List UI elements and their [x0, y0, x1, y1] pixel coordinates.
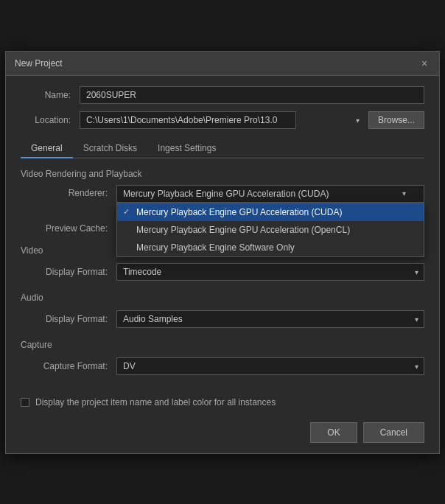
preview-cache-label: Preview Cache:: [21, 223, 116, 234]
capture-format-label: Capture Format:: [21, 361, 116, 371]
ok-button[interactable]: OK: [310, 422, 357, 443]
tab-general[interactable]: General: [21, 139, 73, 158]
renderer-label: Renderer:: [21, 185, 116, 198]
video-rendering-header: Video Rendering and Playback: [21, 169, 424, 179]
tab-ingest-settings[interactable]: Ingest Settings: [147, 139, 226, 158]
dropdown-item-software-label: Mercury Playback Engine Software Only: [136, 242, 295, 253]
renderer-trigger-text: Mercury Playback Engine GPU Acceleration…: [123, 189, 329, 199]
browse-button[interactable]: Browse...: [368, 111, 424, 129]
audio-display-format-row: Display Format: Audio Samples: [21, 310, 424, 328]
renderer-trigger[interactable]: Mercury Playback Engine GPU Acceleration…: [116, 185, 424, 203]
audio-section-label: Audio: [21, 293, 424, 303]
dialog-body: Name: Location: C:\Users\1\Documents\Ado…: [6, 76, 439, 397]
new-project-dialog: New Project × Name: Location: C:\Users\1…: [5, 51, 440, 454]
title-bar: New Project ×: [6, 52, 439, 76]
name-input[interactable]: [80, 86, 424, 104]
cancel-button[interactable]: Cancel: [363, 422, 424, 443]
dialog-title: New Project: [15, 58, 63, 69]
video-display-format-row: Display Format: Timecode: [21, 263, 424, 281]
close-button[interactable]: ×: [418, 57, 430, 69]
checkbox-display-project-item[interactable]: [21, 398, 29, 407]
name-row: Name:: [21, 86, 424, 104]
tabs-container: General Scratch Disks Ingest Settings: [21, 139, 424, 158]
dropdown-item-opencl[interactable]: Mercury Playback Engine GPU Acceleration…: [117, 221, 424, 239]
checkbox-label: Display the project item name and label …: [35, 397, 276, 407]
dialog-footer: OK Cancel: [6, 415, 439, 453]
capture-format-select[interactable]: DV: [116, 357, 424, 375]
dropdown-item-cuda-label: Mercury Playback Engine GPU Acceleration…: [136, 207, 342, 217]
renderer-row: Renderer: Mercury Playback Engine GPU Ac…: [21, 185, 424, 203]
checkbox-row: Display the project item name and label …: [6, 397, 439, 415]
audio-display-format-select[interactable]: Audio Samples: [116, 310, 424, 328]
audio-display-format-label: Display Format:: [21, 314, 116, 324]
location-select-wrap: C:\Users\1\Documents\Adobe\Premiere Pro\…: [80, 111, 364, 129]
capture-section: Capture Capture Format: DV: [21, 340, 424, 375]
location-dropdown[interactable]: C:\Users\1\Documents\Adobe\Premiere Pro\…: [80, 111, 296, 129]
audio-section: Audio Display Format: Audio Samples: [21, 293, 424, 328]
name-label: Name:: [21, 90, 80, 100]
location-label: Location:: [21, 115, 80, 125]
audio-display-format-wrap: Audio Samples: [116, 310, 424, 328]
video-display-format-select[interactable]: Timecode: [116, 263, 424, 281]
check-mark-cuda: ✓: [123, 207, 130, 217]
renderer-dropdown-menu: ✓ Mercury Playback Engine GPU Accelerati…: [116, 203, 424, 257]
dropdown-item-opencl-label: Mercury Playback Engine GPU Acceleration…: [136, 225, 350, 235]
capture-format-wrap: DV: [116, 357, 424, 375]
dropdown-item-cuda[interactable]: ✓ Mercury Playback Engine GPU Accelerati…: [117, 203, 424, 221]
renderer-trigger-arrow: ▾: [402, 189, 406, 197]
location-row: Location: C:\Users\1\Documents\Adobe\Pre…: [21, 111, 424, 129]
video-rendering-section: Video Rendering and Playback Renderer: M…: [21, 169, 424, 234]
video-display-format-wrap: Timecode: [116, 263, 424, 281]
location-input-wrap: C:\Users\1\Documents\Adobe\Premiere Pro\…: [80, 111, 424, 129]
renderer-dropdown-wrap: Mercury Playback Engine GPU Acceleration…: [116, 185, 424, 203]
tab-scratch-disks[interactable]: Scratch Disks: [73, 139, 147, 158]
video-display-format-label: Display Format:: [21, 267, 116, 277]
dropdown-item-software[interactable]: Mercury Playback Engine Software Only: [117, 239, 424, 256]
capture-format-row: Capture Format: DV: [21, 357, 424, 375]
capture-section-label: Capture: [21, 340, 424, 350]
